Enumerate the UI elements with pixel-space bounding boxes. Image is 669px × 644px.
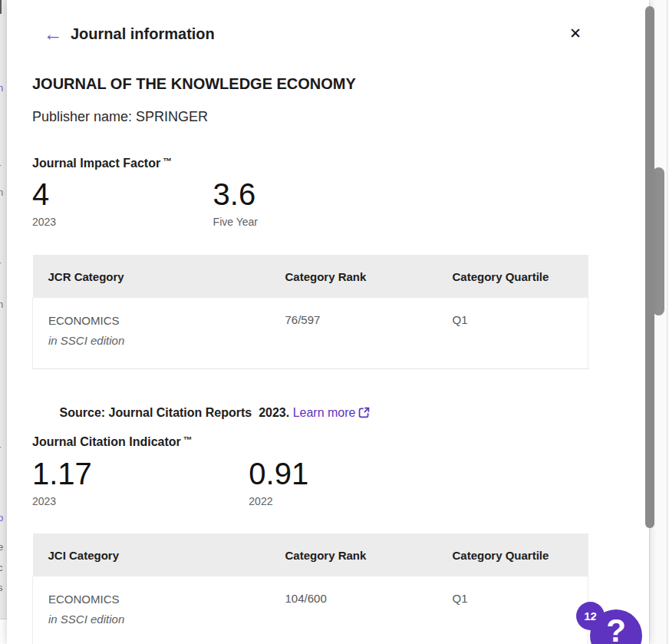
trademark-symbol: ™ — [163, 156, 172, 167]
metric-jif-2023: 4 2023 — [32, 177, 56, 229]
background-text-fragment: o — [0, 513, 3, 523]
background-text-fragment: s — [0, 583, 3, 593]
back-arrow-icon: ← — [44, 23, 63, 45]
learn-more-label: Learn more — [293, 406, 356, 419]
impact-factor-heading: Journal Impact Factor™ — [32, 153, 172, 172]
metric-value: 3.6 — [213, 177, 258, 211]
impact-factor-metrics: 4 2023 3.6 Five Year — [32, 177, 411, 229]
screen: nrinrinroecs ← Journal information ✕ JOU… — [0, 0, 669, 644]
metric-value: 4 — [32, 177, 56, 211]
table-row: ECONOMICS in SSCI edition 76/597 Q1 — [33, 298, 588, 368]
metric-label: Five Year — [213, 215, 258, 229]
metric-value: 0.91 — [249, 457, 308, 490]
cell-quartile: Q1 — [437, 576, 588, 644]
browser-scrollbar-thumb[interactable] — [653, 167, 664, 315]
background-text-fragment: n — [0, 83, 3, 93]
background-text-fragment: r — [0, 259, 1, 269]
column-header-jcr-category: JCR Category — [33, 255, 270, 298]
category-edition: in SSCI edition — [48, 333, 264, 348]
metric-jif-five-year: 3.6 Five Year — [213, 177, 258, 229]
background-text-fragment: r — [0, 162, 1, 172]
table-row: ECONOMICS in SSCI edition 104/600 Q1 — [33, 576, 588, 644]
column-header-jci-category: JCI Category — [33, 533, 270, 576]
metric-jci-2022: 0.91 2022 — [249, 457, 308, 508]
publisher-name: Publisher name: SPRINGER — [32, 107, 208, 126]
close-button[interactable]: ✕ — [564, 22, 587, 45]
citation-indicator-heading: Journal Citation Indicator™ — [32, 431, 193, 451]
metric-value: 1.17 — [32, 457, 92, 490]
panel-scrollbar-thumb[interactable] — [645, 6, 654, 528]
background-text-fragment: n — [0, 299, 3, 309]
journal-name: JOURNAL OF THE KNOWLEDGE ECONOMY — [32, 74, 356, 94]
trademark-symbol: ™ — [183, 434, 193, 445]
metric-label: 2023 — [32, 494, 92, 508]
impact-factor-heading-text: Journal Impact Factor — [32, 157, 160, 170]
cell-quartile: Q1 — [437, 298, 588, 368]
background-text-fragment: e — [0, 542, 3, 552]
cell-category: ECONOMICS in SSCI edition — [33, 298, 270, 368]
citation-indicator-heading-text: Journal Citation Indicator — [32, 435, 181, 448]
page-title: Journal information — [71, 24, 215, 44]
column-header-category-quartile: Category Quartile — [437, 533, 588, 576]
metric-label: 2022 — [249, 494, 308, 508]
table-header-row: JCI Category Category Rank Category Quar… — [33, 533, 588, 576]
background-footer-area — [0, 619, 7, 644]
panel-header: ← Journal information ✕ — [7, 0, 649, 54]
background-text-fragment: c — [0, 563, 3, 573]
source-text: Source: Journal Citation Reports 2023. — [60, 406, 293, 419]
column-header-category-rank: Category Rank — [270, 255, 437, 298]
category-edition: in SSCI edition — [48, 612, 264, 627]
external-link-icon — [358, 406, 371, 419]
background-corner-mark — [0, 0, 2, 14]
jci-category-table: JCI Category Category Rank Category Quar… — [32, 533, 588, 644]
scrollbar-edge-line — [667, 0, 667, 644]
jcr-category-table: JCR Category Category Rank Category Quar… — [32, 255, 588, 369]
journal-information-panel: ← Journal information ✕ JOURNAL OF THE K… — [7, 0, 649, 644]
cell-category: ECONOMICS in SSCI edition — [33, 576, 270, 644]
background-page-edge: nrinrinroecs — [0, 0, 7, 644]
cell-rank: 76/597 — [270, 298, 437, 368]
column-header-category-quartile: Category Quartile — [437, 255, 588, 298]
back-button[interactable]: ← — [42, 23, 64, 45]
learn-more-link[interactable]: Learn more — [293, 406, 371, 419]
question-mark-icon: ? — [606, 615, 626, 644]
table-header-row: JCR Category Category Rank Category Quar… — [33, 255, 588, 298]
cell-rank: 104/600 — [270, 576, 437, 644]
category-name: ECONOMICS — [48, 592, 264, 607]
citation-indicator-metrics: 1.17 2023 0.91 2022 — [32, 457, 462, 508]
close-icon: ✕ — [569, 25, 582, 41]
background-text-fragment: r — [0, 444, 1, 454]
column-header-category-rank: Category Rank — [270, 533, 437, 576]
category-name: ECONOMICS — [48, 313, 264, 329]
metric-jci-2023: 1.17 2023 — [32, 457, 92, 508]
background-text-fragment: n — [0, 187, 3, 197]
metric-label: 2023 — [32, 215, 56, 229]
